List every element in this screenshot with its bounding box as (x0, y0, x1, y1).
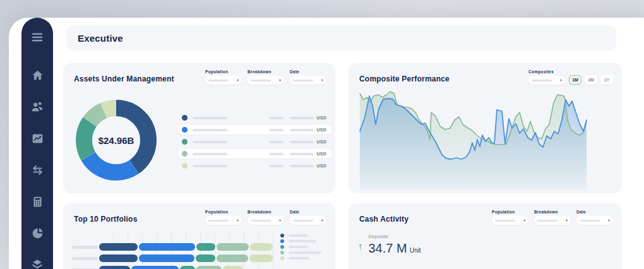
portfolio-bar-row (99, 243, 273, 251)
legend-value-placeholder (270, 129, 283, 131)
sidebar-item-home[interactable] (27, 67, 48, 83)
sidebar-item-performance[interactable] (27, 130, 48, 146)
filter-select-date[interactable]: ▾ (576, 216, 613, 225)
filter-label-population: Population (205, 69, 242, 74)
currency-label: USD (317, 152, 326, 156)
aum-filters: Population▾Breakdown▾Date▾ (205, 69, 326, 85)
filter-select-population[interactable]: ▾ (205, 76, 242, 85)
aum-card-head: Assets Under Management Population▾Break… (63, 63, 335, 85)
users-icon (30, 100, 44, 114)
composite-area-chart (359, 88, 587, 189)
legend-value-placeholder (290, 141, 314, 143)
menu-button[interactable] (27, 30, 48, 44)
composite-controls: Composites▾ 1M3M1Y (528, 69, 613, 85)
select-placeholder (208, 220, 229, 222)
bar-segment-0 (99, 243, 138, 251)
filter-select-date[interactable]: ▾ (290, 216, 326, 225)
sidebar-item-clients[interactable] (27, 99, 48, 115)
legend-name-placeholder (193, 141, 227, 143)
filter-select-composites[interactable]: ▾ (528, 76, 565, 85)
legend-dot (280, 256, 284, 260)
cash-filters: Population▾Breakdown▾Date▾ (492, 210, 613, 225)
filter-select-breakdown[interactable]: ▾ (534, 216, 571, 225)
legend-name-placeholder (193, 165, 227, 167)
cash-card-title: Cash Activity (359, 215, 408, 224)
range-button-1y[interactable]: 1Y (600, 75, 613, 85)
chart-icon (31, 132, 44, 145)
legend-name-placeholder (289, 257, 309, 260)
legend-dot (182, 127, 188, 133)
filter-select-date[interactable]: ▾ (290, 76, 326, 85)
filter-select-breakdown[interactable]: ▾ (247, 216, 284, 225)
legend-name-placeholder (289, 246, 308, 248)
aum-card: Assets Under Management Population▾Break… (63, 63, 335, 193)
aum-legend-row: USD (177, 149, 332, 158)
portfolios-legend-item (280, 239, 321, 243)
portfolios-filters: Population▾Breakdown▾Date▾ (205, 210, 326, 225)
legend-dot (280, 234, 284, 237)
chevron-down-icon: ▾ (560, 78, 562, 82)
layers-icon (30, 258, 44, 269)
bar-segment-3 (196, 266, 222, 269)
legend-name-placeholder (193, 129, 227, 131)
bar-segment-4 (249, 254, 273, 262)
bar-segment-0 (99, 266, 130, 269)
chevron-down-icon: ▾ (566, 218, 568, 222)
legend-dot (182, 151, 188, 157)
chevron-down-icon: ▾ (523, 218, 525, 222)
sidebar-item-transactions[interactable] (27, 162, 48, 178)
filter-group-breakdown: Breakdown▾ (247, 210, 284, 225)
aum-legend-row: USD (177, 125, 332, 134)
cash-card-head: Cash Activity Population▾Breakdown▾Date▾ (349, 203, 622, 225)
calculator-icon (31, 195, 44, 208)
legend-dot (280, 251, 284, 254)
select-placeholder (251, 80, 271, 81)
portfolio-name-placeholder (72, 246, 98, 249)
filter-select-population[interactable]: ▾ (205, 216, 242, 225)
currency-label: USD (317, 164, 326, 168)
aum-card-title: Assets Under Management (74, 75, 174, 83)
filter-label-composites: Composites (528, 69, 565, 74)
legend-value-placeholder (290, 129, 314, 131)
range-button-3m[interactable]: 3M (585, 75, 597, 85)
filter-group-breakdown: Breakdown▾ (247, 69, 284, 85)
transfer-arrows-icon (31, 164, 44, 177)
composite-card: Composite Performance Composites▾ 1M3M1Y (349, 63, 622, 193)
filter-label-date: Date (290, 69, 326, 74)
filter-label-breakdown: Breakdown (247, 69, 284, 74)
bar-segment-1 (139, 254, 194, 262)
filter-group-date: Date▾ (290, 210, 326, 225)
portfolios-legend-item (280, 256, 321, 260)
filter-label-breakdown: Breakdown (247, 210, 284, 214)
filter-label-date: Date (290, 210, 326, 214)
filter-select-population[interactable]: ▾ (492, 216, 528, 225)
filter-group-date: Date▾ (290, 69, 326, 85)
chevron-down-icon: ▾ (321, 78, 323, 82)
portfolio-name-placeholder (72, 257, 98, 260)
portfolios-card-head: Top 10 Portfolios Population▾Breakdown▾D… (63, 203, 335, 225)
currency-label: USD (317, 128, 326, 132)
home-icon (31, 69, 44, 82)
deposits-label: Deposits (369, 234, 421, 239)
bar-segment-4 (223, 266, 243, 269)
composite-card-title: Composite Performance (359, 75, 450, 83)
cash-metric: ↑ Deposits 34.7 M Unit (358, 234, 420, 256)
range-button-1m[interactable]: 1M (569, 75, 581, 85)
portfolios-legend-item (280, 245, 321, 249)
legend-value-placeholder (270, 117, 283, 119)
bar-segment-3 (217, 243, 249, 251)
sidebar-item-accounting[interactable] (27, 193, 48, 210)
legend-name-placeholder (289, 251, 321, 254)
select-placeholder (293, 80, 313, 81)
legend-value-placeholder (290, 165, 314, 167)
legend-dot (182, 163, 188, 169)
sidebar-item-holdings[interactable] (27, 256, 48, 269)
filter-label-date: Date (576, 210, 613, 214)
filter-select-breakdown[interactable]: ▾ (247, 76, 284, 85)
aum-legend-row: USD (177, 137, 332, 146)
bar-segment-0 (99, 254, 138, 262)
currency-label: USD (317, 140, 326, 144)
sidebar-item-allocation[interactable] (27, 225, 48, 241)
composites-filter: Composites▾ (528, 69, 565, 85)
sidebar-nav (27, 67, 48, 269)
